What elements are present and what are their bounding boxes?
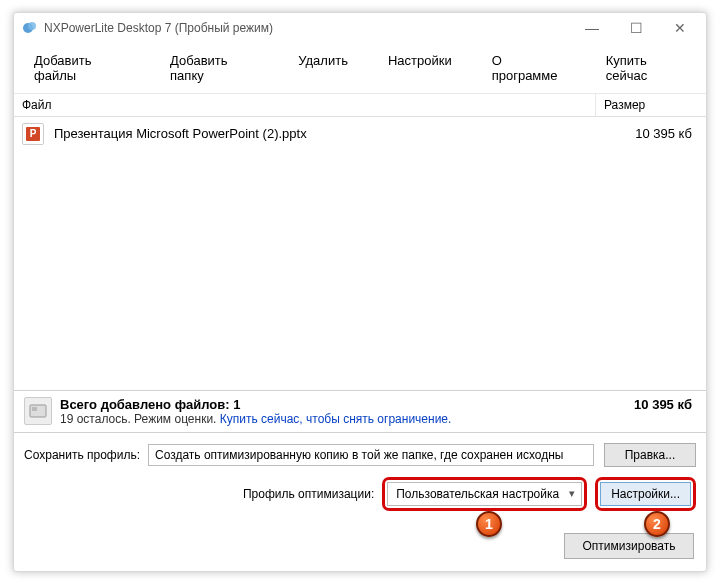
summary-total-label: Всего добавлено файлов: 1 bbox=[60, 397, 634, 412]
summary-total-size: 10 395 кб bbox=[634, 397, 696, 412]
save-profile-edit-button[interactable]: Правка... bbox=[604, 443, 696, 467]
save-profile-label: Сохранить профиль: bbox=[24, 448, 140, 462]
summary-text: Всего добавлено файлов: 1 19 осталось. Р… bbox=[60, 397, 634, 426]
maximize-button[interactable]: ☐ bbox=[614, 14, 658, 42]
svg-rect-3 bbox=[32, 407, 37, 411]
summary-icon bbox=[24, 397, 52, 425]
close-button[interactable]: ✕ bbox=[658, 14, 702, 42]
chevron-down-icon: ▾ bbox=[569, 487, 575, 500]
annotation-badge-2: 2 bbox=[644, 511, 670, 537]
menu-settings[interactable]: Настройки bbox=[380, 49, 460, 87]
window-title: NXPowerLite Desktop 7 (Пробный режим) bbox=[44, 21, 570, 35]
file-name: Презентация Microsoft PowerPoint (2).ppt… bbox=[54, 126, 588, 141]
highlight-profile-select: Пользовательская настройка ▾ bbox=[382, 477, 587, 511]
annotation-badge-1: 1 bbox=[476, 511, 502, 537]
menu-about[interactable]: О программе bbox=[484, 49, 574, 87]
app-window: NXPowerLite Desktop 7 (Пробный режим) — … bbox=[13, 12, 707, 572]
profiles-panel: Сохранить профиль: Создать оптимизирован… bbox=[14, 432, 706, 523]
menubar: Добавить файлы Добавить папку Удалить На… bbox=[14, 43, 706, 94]
save-profile-row: Сохранить профиль: Создать оптимизирован… bbox=[24, 443, 696, 467]
summary-remaining: 19 осталось. Режим оценки. bbox=[60, 412, 220, 426]
opt-profile-label: Профиль оптимизации: bbox=[243, 487, 374, 501]
app-icon bbox=[22, 20, 38, 36]
footer: Оптимизировать bbox=[14, 523, 706, 571]
opt-profile-select[interactable]: Пользовательская настройка ▾ bbox=[387, 482, 582, 506]
summary-buy-link[interactable]: Купить сейчас, чтобы снять ограничение. bbox=[220, 412, 452, 426]
summary-bar: Всего добавлено файлов: 1 19 осталось. Р… bbox=[14, 390, 706, 432]
menu-add-files[interactable]: Добавить файлы bbox=[26, 49, 138, 87]
titlebar: NXPowerLite Desktop 7 (Пробный режим) — … bbox=[14, 13, 706, 43]
menu-buy-now[interactable]: Купить сейчас bbox=[598, 49, 694, 87]
menu-delete[interactable]: Удалить bbox=[290, 49, 356, 87]
opt-profile-row: Профиль оптимизации: Пользовательская на… bbox=[24, 477, 696, 511]
summary-sub: 19 осталось. Режим оценки. Купить сейчас… bbox=[60, 412, 634, 426]
file-list[interactable]: P Презентация Microsoft PowerPoint (2).p… bbox=[14, 117, 706, 390]
col-file[interactable]: Файл bbox=[14, 94, 596, 116]
minimize-button[interactable]: — bbox=[570, 14, 614, 42]
opt-profile-selected: Пользовательская настройка bbox=[396, 487, 559, 501]
menu-add-folder[interactable]: Добавить папку bbox=[162, 49, 266, 87]
opt-profile-settings-button[interactable]: Настройки... bbox=[600, 482, 691, 506]
col-size[interactable]: Размер bbox=[596, 94, 706, 116]
window-controls: — ☐ ✕ bbox=[570, 14, 702, 42]
optimize-button[interactable]: Оптимизировать bbox=[564, 533, 694, 559]
file-size: 10 395 кб bbox=[588, 126, 698, 141]
highlight-settings-button: Настройки... bbox=[595, 477, 696, 511]
column-header: Файл Размер bbox=[14, 94, 706, 117]
list-item[interactable]: P Презентация Microsoft PowerPoint (2).p… bbox=[14, 117, 706, 151]
svg-point-1 bbox=[28, 22, 36, 30]
powerpoint-file-icon: P bbox=[22, 123, 44, 145]
save-profile-field[interactable]: Создать оптимизированную копию в той же … bbox=[148, 444, 594, 466]
